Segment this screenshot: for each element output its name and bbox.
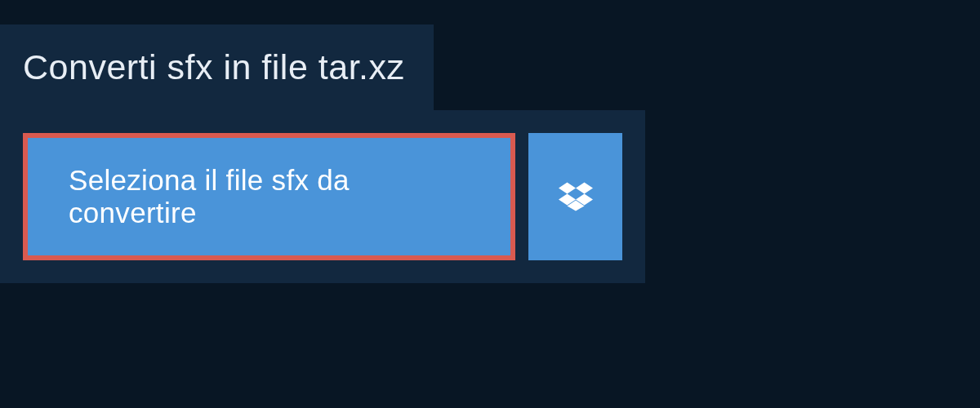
button-row: Seleziona il file sfx da convertire bbox=[0, 110, 645, 283]
dropbox-button[interactable] bbox=[528, 133, 622, 260]
select-file-label: Seleziona il file sfx da convertire bbox=[69, 164, 470, 229]
page-title: Converti sfx in file tar.xz bbox=[23, 47, 405, 87]
dropbox-icon bbox=[559, 180, 593, 214]
select-file-button[interactable]: Seleziona il file sfx da convertire bbox=[23, 133, 515, 260]
header-tab: Converti sfx in file tar.xz bbox=[0, 24, 434, 110]
